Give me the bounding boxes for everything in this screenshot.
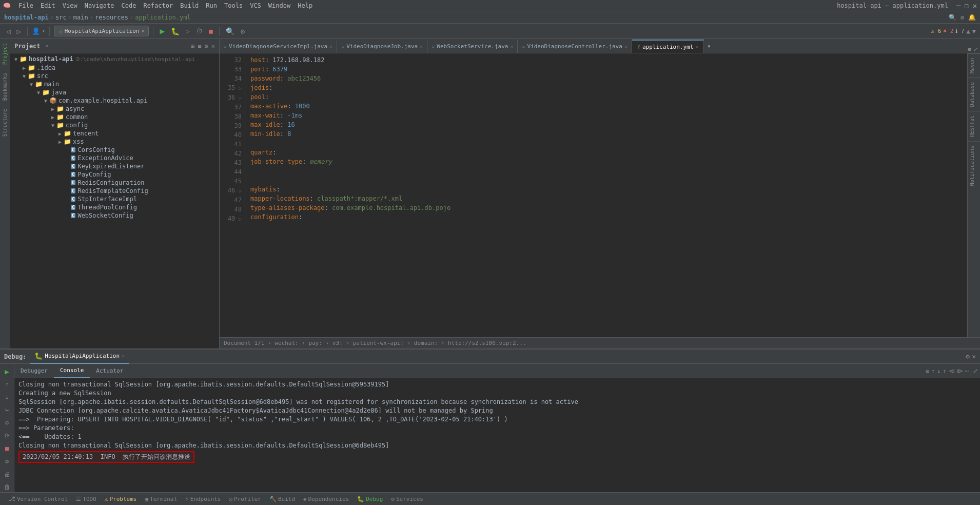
status-endpoints[interactable]: ⚡ Endpoints	[181, 493, 225, 505]
status-debug[interactable]: 🐛 Debug	[353, 493, 387, 505]
panel-gear[interactable]: ⚙	[205, 43, 208, 50]
tab-expand-btn[interactable]: ⤢	[973, 46, 978, 53]
database-tab[interactable]: Database	[968, 77, 980, 111]
debug-trash-btn[interactable]: 🗑	[2, 481, 13, 492]
tab-video-diagnose-impl[interactable]: ☕ VideoDiagnoseServiceImpl.java ✕	[220, 40, 337, 53]
list-item[interactable]: ▶ 📁 .idea	[10, 64, 219, 72]
notifications-tab[interactable]: Notifications	[968, 141, 980, 190]
menu-file[interactable]: File	[15, 2, 37, 9]
tab-more[interactable]: ▾	[704, 40, 714, 53]
console-subtab[interactable]: Console	[54, 364, 90, 378]
status-profiler[interactable]: ◎ Profiler	[225, 493, 265, 505]
console-toolbar-list[interactable]: ≡	[926, 367, 929, 375]
stop-button[interactable]: ■	[207, 26, 215, 36]
console-more[interactable]: ⋯	[965, 367, 969, 375]
debugger-subtab[interactable]: Debugger	[14, 364, 54, 378]
status-services[interactable]: ⚙ Services	[387, 493, 427, 505]
menu-refactor[interactable]: Refactor	[140, 2, 177, 9]
actuator-subtab[interactable]: Actuator	[90, 364, 129, 378]
breadcrumb-item-1[interactable]: src	[55, 14, 67, 21]
debug-resume-btn[interactable]: ▶	[2, 366, 13, 377]
window-close[interactable]: ✕	[973, 2, 977, 10]
tab-close-1[interactable]: ✕	[420, 44, 423, 49]
debug-session-tab[interactable]: 🐛 HospitalApiApplication ✕	[30, 349, 129, 364]
debug-button[interactable]: 🐛	[169, 26, 182, 36]
project-tab-icon[interactable]: Project	[1, 41, 9, 67]
list-item[interactable]: ▶ 📁 xss	[10, 138, 219, 146]
expand-btn[interactable]: ▲	[967, 28, 970, 35]
tab-close-2[interactable]: ✕	[510, 44, 513, 49]
breadcrumb-item-3[interactable]: resources	[95, 14, 128, 21]
console-toolbar-down[interactable]: ↓	[937, 367, 940, 375]
console-toolbar-up[interactable]: ↑	[931, 367, 935, 375]
menu-build[interactable]: Build	[177, 2, 202, 9]
error-count[interactable]: ✖ 2	[943, 28, 953, 34]
console-toolbar-fold[interactable]: ⧏	[949, 367, 955, 375]
tab-video-diagnose-controller[interactable]: ☕ VideoDiagnoseController.java ✕	[518, 40, 632, 53]
debug-step-into[interactable]: ↪	[2, 404, 13, 415]
list-item[interactable]: C KeyExpiredListener	[10, 162, 219, 170]
settings-icon[interactable]: ⚙	[961, 14, 964, 21]
profile-button[interactable]: ⏱	[194, 26, 205, 36]
status-problems[interactable]: ⚠ Problems	[101, 493, 141, 505]
breadcrumb-item-4[interactable]: application.yml	[135, 14, 190, 21]
tab-close-3[interactable]: ✕	[624, 44, 628, 49]
console-output[interactable]: Closing non transactional SqlSession [or…	[14, 378, 980, 492]
panel-close[interactable]: ✕	[211, 43, 215, 50]
status-version-control[interactable]: ⎇ Version Control	[4, 493, 72, 505]
collapse-btn[interactable]: ▼	[972, 28, 976, 35]
run-button[interactable]: ▶	[158, 25, 167, 37]
toolbar-back[interactable]: ◁	[4, 26, 12, 36]
debug-stop-btn[interactable]: ■	[2, 443, 13, 454]
menu-view[interactable]: View	[59, 2, 81, 9]
debug-settings2[interactable]: ⚙	[2, 456, 13, 467]
list-item[interactable]: C ExceptionAdvice	[10, 154, 219, 162]
info-count[interactable]: ℹ 7	[955, 28, 964, 34]
structure-tab-icon[interactable]: Structure	[1, 107, 9, 139]
debug-close-panel-icon[interactable]: ✕	[972, 353, 976, 360]
list-item[interactable]: ▶ 📁 common	[10, 113, 219, 121]
restful-tab[interactable]: RESTful	[968, 111, 980, 141]
debug-settings-icon[interactable]: ⚙	[966, 353, 970, 360]
search-icon[interactable]: 🔍	[224, 26, 237, 36]
maven-tab[interactable]: Maven	[968, 53, 980, 77]
status-todo[interactable]: ☰ TODO	[72, 493, 101, 505]
search-everywhere-icon[interactable]: 🔍	[949, 14, 956, 21]
list-item[interactable]: C ThreadPoolConfig	[10, 203, 219, 211]
list-item[interactable]: ▼ 📁 src	[10, 72, 219, 80]
list-item[interactable]: ▼ 📁 main	[10, 80, 219, 88]
run-config-selector[interactable]: ☕ HospitalApiApplication ▾	[54, 26, 149, 36]
console-expand[interactable]: ⤢	[973, 367, 978, 375]
toolbar-profile[interactable]: 👤	[32, 27, 40, 35]
list-item[interactable]: C StpInterfaceImpl	[10, 195, 219, 203]
debug-step-over-down[interactable]: ↓	[2, 392, 13, 402]
panel-expand[interactable]: ≡	[198, 43, 201, 50]
tab-close-4[interactable]: ✕	[695, 44, 698, 50]
coverage-button[interactable]: ▷	[184, 26, 192, 36]
list-item[interactable]: ▼ 📁 java	[10, 88, 219, 96]
menu-navigate[interactable]: Navigate	[81, 2, 118, 9]
tab-websocket-service[interactable]: ☕ WebSocketService.java ✕	[427, 40, 518, 53]
window-minimize[interactable]: ─	[956, 2, 961, 10]
menu-window[interactable]: Window	[265, 2, 294, 9]
breadcrumb-item-0[interactable]: hospital-api	[4, 14, 49, 21]
tab-application-yml[interactable]: Y application.yml ✕	[632, 40, 704, 53]
status-dependencies[interactable]: ◈ Dependencies	[299, 493, 353, 505]
status-terminal[interactable]: ▣ Terminal	[141, 493, 181, 505]
toolbar-forward[interactable]: ▷	[14, 26, 23, 36]
menu-vcs[interactable]: VCS	[246, 2, 265, 9]
debug-step-over-up[interactable]: ↑	[2, 379, 13, 390]
menu-edit[interactable]: Edit	[37, 2, 59, 9]
list-item[interactable]: C RedisTemplateConfig	[10, 187, 219, 195]
list-item[interactable]: C RedisConfiguration	[10, 179, 219, 187]
notifications-icon[interactable]: 🔔	[968, 14, 976, 21]
console-toolbar-unfold[interactable]: ⧐	[957, 367, 963, 375]
list-item[interactable]: C CorsConfig	[10, 146, 219, 154]
menu-tools[interactable]: Tools	[221, 2, 246, 9]
menu-code[interactable]: Code	[118, 2, 140, 9]
debug-session-close[interactable]: ✕	[122, 353, 125, 359]
menu-help[interactable]: Help	[294, 2, 316, 9]
list-item[interactable]: ▶ 📁 async	[10, 105, 219, 113]
settings-gear-icon[interactable]: ⚙	[239, 26, 247, 36]
code-content[interactable]: host: 172.168.98.182 port: 6379 password…	[245, 53, 967, 337]
